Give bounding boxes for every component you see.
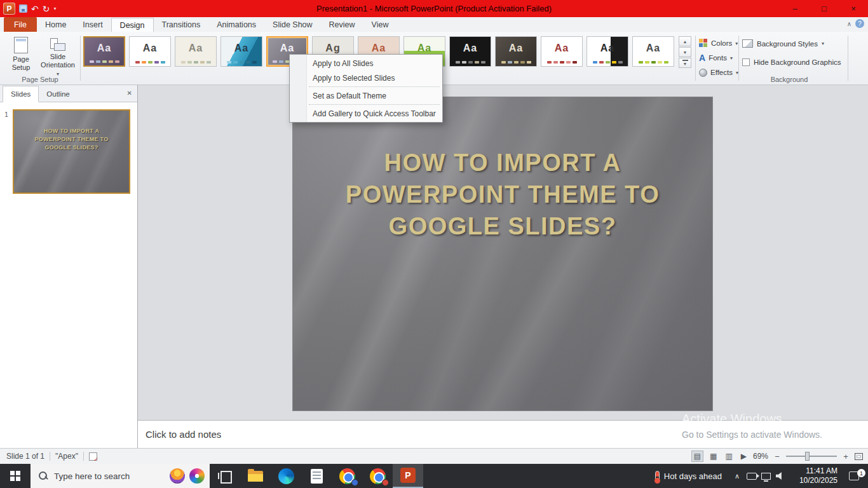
network-button[interactable] (759, 473, 773, 480)
volume-button[interactable] (773, 472, 787, 480)
slide-number: 1 (4, 111, 8, 118)
clock-time: 11:41 AM (787, 466, 837, 476)
menu-item-add-gallery-to-qat[interactable]: Add Gallery to Quick Access Toolbar (290, 106, 442, 121)
theme-office[interactable]: Aa (129, 36, 171, 67)
slide-orientation-button[interactable]: Slide Orientation ▾ (39, 35, 76, 77)
slide-canvas[interactable]: HOW TO IMPORT A POWERPOINT THEME TO GOOG… (292, 97, 713, 411)
help-icon[interactable]: ? (855, 19, 864, 28)
tab-file[interactable]: File (4, 17, 37, 32)
qat-customize-caret-icon[interactable]: ▾ (53, 6, 56, 11)
tab-animations[interactable]: Animations (208, 18, 264, 32)
tab-slides[interactable]: Slides (3, 86, 39, 102)
tab-outline[interactable]: Outline (39, 86, 77, 102)
zoom-out-button[interactable]: − (773, 452, 782, 461)
slide-sorter-view-button[interactable]: ▦ (708, 451, 719, 461)
gallery-scroll-up-button[interactable]: ▲ (679, 36, 691, 46)
task-view-button[interactable] (210, 464, 240, 488)
minimize-ribbon-icon[interactable]: ∧ (847, 20, 851, 27)
network-icon (761, 473, 771, 480)
quick-access-toolbar: P ↶ ↻ ▾ (0, 3, 56, 15)
checkbox-icon[interactable] (742, 58, 750, 66)
camera-icon (747, 473, 757, 480)
minimize-button[interactable]: – (780, 0, 810, 17)
theme-color-dots (633, 60, 674, 66)
tab-slide-show[interactable]: Slide Show (264, 18, 321, 32)
show-hidden-icons-button[interactable]: ∧ (729, 472, 745, 480)
slides-panel: Slides Outline ✕ 1 HOW TO IMPORT A POWER… (0, 85, 138, 448)
save-icon[interactable] (19, 4, 27, 13)
rangoli-icon[interactable] (189, 468, 205, 484)
theme-letter: Aa (130, 37, 170, 60)
powerpoint-window: P ↶ ↻ ▾ Presentation1 - Microsoft PowerP… (0, 0, 868, 488)
powerpoint-icon: P (400, 468, 416, 483)
menu-item-apply-to-selected-slides[interactable]: Apply to Selected Slides (290, 71, 442, 85)
search-placeholder: Type here to search (54, 471, 130, 481)
theme-effects-button[interactable]: Effects ▾ (699, 66, 738, 79)
normal-view-button[interactable]: ▤ (691, 451, 703, 462)
theme-colors-button[interactable]: Colors ▾ (699, 37, 738, 50)
redo-icon[interactable]: ↻ (43, 4, 50, 13)
clock[interactable]: 11:41 AM 10/20/2025 (787, 466, 840, 485)
maximize-button[interactable]: □ (810, 0, 839, 17)
tab-transitions[interactable]: Transitions (154, 18, 209, 32)
theme-color-dots (496, 60, 536, 66)
theme-angles[interactable]: Aa (220, 36, 262, 67)
weather-widget[interactable]: Hot days ahead (648, 471, 729, 482)
taskbar-search[interactable]: Type here to search (31, 464, 210, 488)
notes-pane[interactable]: Click to add notes (138, 420, 868, 448)
action-center-button[interactable]: 1 (840, 471, 868, 480)
spell-check-icon[interactable] (89, 452, 97, 461)
theme-color-dots (587, 60, 628, 66)
powerpoint-taskbar-button[interactable]: P (393, 464, 423, 488)
search-icon (38, 471, 48, 481)
start-button[interactable] (0, 464, 31, 488)
theme-essential[interactable]: Aa (632, 36, 674, 67)
theme-adjacency[interactable]: Aa (175, 36, 217, 67)
background-styles-button[interactable]: Background Styles ▾ (742, 39, 824, 48)
meet-now-button[interactable] (745, 473, 759, 480)
zoom-slider[interactable] (786, 456, 837, 457)
tab-design[interactable]: Design (111, 18, 154, 32)
edge-button[interactable] (271, 464, 301, 488)
fit-to-window-button[interactable] (855, 453, 863, 460)
gallery-scroll-down-button[interactable]: ▼ (679, 47, 691, 57)
theme-letter: Aa (541, 37, 582, 60)
close-button[interactable]: × (839, 0, 868, 17)
notes-placeholder[interactable]: Click to add notes (146, 429, 221, 440)
undo-icon[interactable]: ↶ (31, 4, 39, 13)
page-setup-button[interactable]: Page Setup (3, 35, 39, 77)
theme-name: "Apex" (55, 452, 78, 461)
theme-civic[interactable]: Aa (541, 36, 583, 67)
theme-hardcover[interactable]: Aa (495, 36, 537, 67)
folder-icon (248, 471, 263, 482)
thumbnail-title-text: HOW TO IMPORT A POWERPOINT THEME TO GOOG… (14, 111, 129, 152)
slide-show-button[interactable]: ▶ (739, 451, 749, 461)
tab-home[interactable]: Home (37, 18, 74, 32)
menu-item-apply-to-all-slides[interactable]: Apply to All Slides (290, 56, 442, 71)
powerpoint-app-icon[interactable]: P (3, 3, 15, 15)
edge-icon (278, 468, 294, 484)
file-explorer-button[interactable] (240, 464, 271, 488)
theme-concourse[interactable]: Aa (587, 36, 628, 67)
hide-background-graphics-checkbox[interactable]: Hide Background Graphics (742, 58, 841, 66)
status-bar: Slide 1 of 1 "Apex" ▤ ▦ ▥ ▶ 69% − + (0, 448, 868, 464)
tab-insert[interactable]: Insert (74, 18, 111, 32)
zoom-in-button[interactable]: + (841, 452, 850, 461)
reading-view-button[interactable]: ▥ (723, 451, 734, 461)
diya-lamp-icon[interactable] (170, 468, 185, 484)
chrome-profile1-button[interactable] (332, 464, 362, 488)
theme-fonts-button[interactable]: A Fonts ▾ (699, 51, 733, 64)
tab-review[interactable]: Review (321, 18, 363, 32)
theme-color-dots (130, 60, 170, 66)
slide-editor-area[interactable]: HOW TO IMPORT A POWERPOINT THEME TO GOOG… (138, 85, 868, 420)
theme-apex-selected[interactable]: Aa (83, 36, 125, 67)
notepad-button[interactable] (301, 464, 332, 488)
menu-item-set-as-default-theme[interactable]: Set as Default Theme (290, 88, 442, 103)
gallery-more-button[interactable]: ▼ (679, 58, 691, 68)
tab-view[interactable]: View (363, 18, 397, 32)
zoom-slider-thumb[interactable] (805, 452, 810, 461)
slide-thumbnail[interactable]: HOW TO IMPORT A POWERPOINT THEME TO GOOG… (13, 109, 130, 194)
chrome-profile2-button[interactable] (362, 464, 393, 488)
close-icon[interactable]: ✕ (127, 90, 132, 97)
theme-black-tie[interactable]: Aa (449, 36, 491, 67)
